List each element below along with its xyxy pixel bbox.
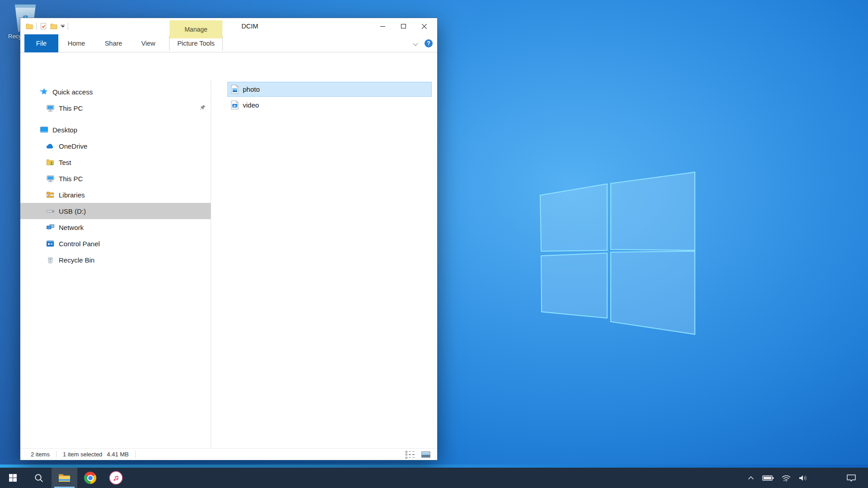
sidebar-item-control-panel[interactable]: Control Panel — [20, 235, 211, 252]
tab-picture-tools[interactable]: Picture Tools — [170, 34, 222, 52]
action-center-icon[interactable] — [846, 474, 856, 482]
details-view-icon — [406, 451, 415, 459]
details-view-button[interactable] — [404, 450, 416, 459]
sidebar-item-label: OneDrive — [59, 142, 87, 150]
navigation-pane: Quick access This PC Desktop OneDrive — [20, 80, 211, 448]
sidebar-item-onedrive[interactable]: OneDrive — [20, 138, 211, 154]
window-title: DCIM — [241, 18, 258, 34]
toolbar-separator — [68, 23, 68, 30]
wifi-icon[interactable] — [781, 474, 791, 482]
sidebar-item-libraries[interactable]: Libraries — [20, 187, 211, 203]
sidebar-item-quick-access[interactable]: Quick access — [20, 84, 211, 100]
status-separator — [56, 451, 57, 458]
file-list[interactable]: photo video — [212, 80, 437, 448]
itunes-icon — [110, 472, 122, 484]
cloud-icon — [46, 141, 55, 150]
close-icon — [421, 23, 427, 29]
file-explorer-window: DCIM Manage File Home Share View Picture… — [20, 18, 437, 460]
file-name: photo — [243, 85, 260, 93]
tab-file[interactable]: File — [24, 34, 58, 52]
status-selection: 1 item selected — [63, 451, 102, 458]
large-thumbnails-view-icon — [421, 451, 430, 458]
status-separator — [135, 451, 136, 458]
sidebar-item-network[interactable]: Network — [20, 219, 211, 235]
taskbar-itunes-button[interactable] — [103, 468, 129, 488]
sidebar-item-label: This PC — [59, 104, 83, 112]
sidebar-item-label: Recycle Bin — [59, 256, 94, 264]
sidebar-item-this-pc[interactable]: This PC — [20, 170, 211, 187]
sidebar-item-recycle-bin[interactable]: Recycle Bin — [20, 252, 211, 268]
caption-buttons — [372, 18, 434, 34]
search-icon — [34, 473, 44, 483]
customize-toolbar-chevron-icon[interactable] — [61, 25, 65, 28]
desktop: ♻ Recy DCIM — [0, 0, 868, 488]
sidebar-item-usb-d[interactable]: USB (D:) — [20, 203, 211, 219]
taskbar-file-explorer-button[interactable] — [52, 468, 77, 488]
user-folder-icon — [46, 158, 55, 167]
maximize-icon — [401, 24, 406, 28]
recycle-bin-icon — [46, 255, 55, 264]
system-tray — [748, 468, 868, 488]
recycle-bin-rim — [14, 5, 37, 8]
quick-access-star-icon — [39, 87, 48, 96]
sidebar-item-this-pc-pinned[interactable]: This PC — [20, 100, 211, 116]
sidebar-item-label: Desktop — [52, 126, 77, 134]
help-button[interactable]: ? — [425, 39, 433, 47]
folder-icon[interactable] — [50, 23, 57, 29]
usb-drive-icon — [46, 206, 55, 216]
taskbar-chrome-button[interactable] — [77, 468, 103, 488]
control-panel-icon — [46, 239, 55, 248]
libraries-folder-icon — [46, 190, 55, 199]
sidebar-item-test[interactable]: Test — [20, 154, 211, 170]
sidebar-item-label: Quick access — [52, 88, 93, 96]
chrome-icon — [84, 472, 96, 484]
photo-file-icon — [231, 84, 239, 94]
start-button[interactable] — [0, 468, 26, 488]
tray-chevron-up-icon[interactable] — [748, 476, 754, 480]
windows-logo-wallpaper — [536, 171, 698, 339]
address-bar: USB (D:) DCIM — [20, 52, 437, 80]
windows-start-icon — [9, 474, 17, 482]
desktop-screen-icon — [39, 125, 48, 134]
sidebar-item-label: Network — [59, 224, 84, 231]
collapse-ribbon-chevron-icon[interactable] — [413, 41, 418, 46]
status-selection-size: 4.41 MB — [107, 451, 128, 458]
volume-icon[interactable] — [798, 474, 808, 482]
wallpaper-horizon-glow — [0, 465, 868, 468]
view-toggle-buttons — [404, 449, 432, 460]
file-name: video — [243, 101, 259, 109]
minimize-icon — [380, 26, 385, 27]
network-monitors-icon — [46, 223, 55, 232]
pin-icon — [199, 104, 206, 113]
sidebar-item-label: Libraries — [59, 191, 85, 199]
tab-share[interactable]: Share — [100, 34, 127, 52]
monitor-icon — [46, 103, 55, 113]
tab-view[interactable]: View — [135, 34, 162, 52]
status-bar: 2 items 1 item selected 4.41 MB — [20, 448, 437, 460]
title-bar[interactable]: DCIM — [20, 18, 437, 34]
properties-check-icon[interactable] — [40, 23, 47, 30]
monitor-icon — [46, 174, 55, 183]
taskbar-search-button[interactable] — [26, 468, 52, 488]
battery-icon[interactable] — [762, 475, 774, 481]
close-button[interactable] — [414, 18, 434, 34]
folder-icon[interactable] — [26, 23, 33, 29]
minimize-button[interactable] — [372, 18, 393, 34]
sidebar-item-label: This PC — [59, 175, 83, 183]
sidebar-item-desktop[interactable]: Desktop — [20, 122, 211, 138]
sidebar-item-label: Control Panel — [59, 240, 100, 248]
file-explorer-icon — [58, 473, 71, 483]
toolbar-separator — [36, 23, 37, 30]
taskbar — [0, 468, 868, 488]
quick-access-toolbar — [26, 18, 68, 34]
maximize-button[interactable] — [393, 18, 414, 34]
large-thumbnails-view-button[interactable] — [420, 450, 432, 459]
video-file-icon — [231, 100, 239, 110]
ribbon-tabs: File Home Share View Picture Tools ? — [20, 34, 437, 52]
file-row-photo[interactable]: photo — [227, 82, 432, 97]
tab-home[interactable]: Home — [63, 34, 90, 52]
sidebar-item-label: Test — [59, 159, 71, 166]
sidebar-item-label: USB (D:) — [59, 207, 86, 215]
file-row-video[interactable]: video — [227, 98, 432, 113]
status-item-count: 2 items — [31, 451, 50, 458]
